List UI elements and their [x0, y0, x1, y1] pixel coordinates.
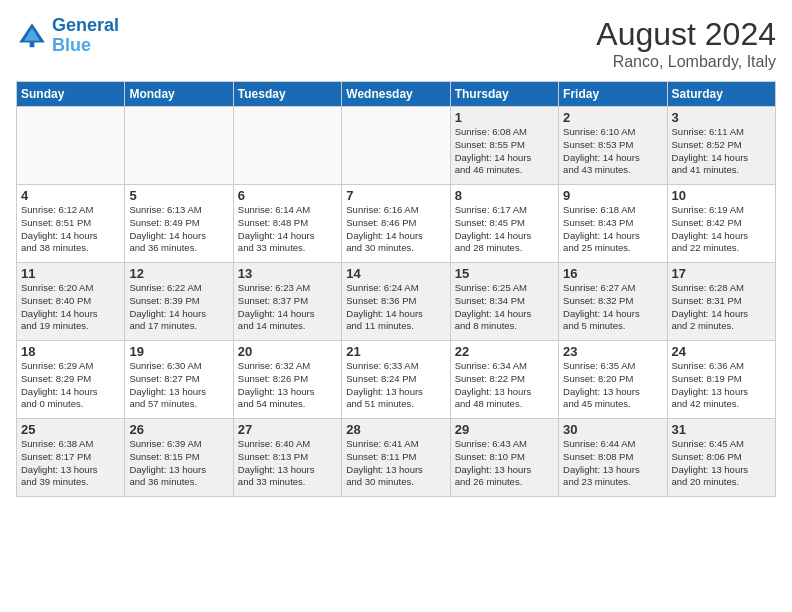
calendar-day-cell: 17Sunrise: 6:28 AM Sunset: 8:31 PM Dayli…	[667, 263, 775, 341]
day-number: 13	[238, 266, 337, 281]
calendar-day-cell: 20Sunrise: 6:32 AM Sunset: 8:26 PM Dayli…	[233, 341, 341, 419]
day-number: 3	[672, 110, 771, 125]
day-number: 16	[563, 266, 662, 281]
calendar-day-cell: 24Sunrise: 6:36 AM Sunset: 8:19 PM Dayli…	[667, 341, 775, 419]
day-info: Sunrise: 6:39 AM Sunset: 8:15 PM Dayligh…	[129, 438, 228, 489]
day-number: 29	[455, 422, 554, 437]
day-info: Sunrise: 6:08 AM Sunset: 8:55 PM Dayligh…	[455, 126, 554, 177]
weekday-header: Sunday	[17, 82, 125, 107]
day-info: Sunrise: 6:22 AM Sunset: 8:39 PM Dayligh…	[129, 282, 228, 333]
page-container: General Blue August 2024 Ranco, Lombardy…	[0, 0, 792, 505]
day-info: Sunrise: 6:35 AM Sunset: 8:20 PM Dayligh…	[563, 360, 662, 411]
calendar-day-cell: 23Sunrise: 6:35 AM Sunset: 8:20 PM Dayli…	[559, 341, 667, 419]
day-number: 23	[563, 344, 662, 359]
day-info: Sunrise: 6:32 AM Sunset: 8:26 PM Dayligh…	[238, 360, 337, 411]
day-number: 11	[21, 266, 120, 281]
calendar-day-cell: 25Sunrise: 6:38 AM Sunset: 8:17 PM Dayli…	[17, 419, 125, 497]
weekday-header: Tuesday	[233, 82, 341, 107]
weekday-header: Monday	[125, 82, 233, 107]
calendar-table: SundayMondayTuesdayWednesdayThursdayFrid…	[16, 81, 776, 497]
day-info: Sunrise: 6:18 AM Sunset: 8:43 PM Dayligh…	[563, 204, 662, 255]
page-header: General Blue August 2024 Ranco, Lombardy…	[16, 16, 776, 71]
day-info: Sunrise: 6:17 AM Sunset: 8:45 PM Dayligh…	[455, 204, 554, 255]
calendar-day-cell: 8Sunrise: 6:17 AM Sunset: 8:45 PM Daylig…	[450, 185, 558, 263]
calendar-day-cell: 14Sunrise: 6:24 AM Sunset: 8:36 PM Dayli…	[342, 263, 450, 341]
day-number: 2	[563, 110, 662, 125]
day-info: Sunrise: 6:10 AM Sunset: 8:53 PM Dayligh…	[563, 126, 662, 177]
day-number: 27	[238, 422, 337, 437]
calendar-day-cell: 10Sunrise: 6:19 AM Sunset: 8:42 PM Dayli…	[667, 185, 775, 263]
day-info: Sunrise: 6:30 AM Sunset: 8:27 PM Dayligh…	[129, 360, 228, 411]
calendar-day-cell: 6Sunrise: 6:14 AM Sunset: 8:48 PM Daylig…	[233, 185, 341, 263]
calendar-week-row: 4Sunrise: 6:12 AM Sunset: 8:51 PM Daylig…	[17, 185, 776, 263]
day-info: Sunrise: 6:24 AM Sunset: 8:36 PM Dayligh…	[346, 282, 445, 333]
calendar-day-cell: 3Sunrise: 6:11 AM Sunset: 8:52 PM Daylig…	[667, 107, 775, 185]
calendar-day-cell: 5Sunrise: 6:13 AM Sunset: 8:49 PM Daylig…	[125, 185, 233, 263]
day-info: Sunrise: 6:19 AM Sunset: 8:42 PM Dayligh…	[672, 204, 771, 255]
day-info: Sunrise: 6:23 AM Sunset: 8:37 PM Dayligh…	[238, 282, 337, 333]
calendar-day-cell: 28Sunrise: 6:41 AM Sunset: 8:11 PM Dayli…	[342, 419, 450, 497]
day-info: Sunrise: 6:43 AM Sunset: 8:10 PM Dayligh…	[455, 438, 554, 489]
calendar-day-cell: 15Sunrise: 6:25 AM Sunset: 8:34 PM Dayli…	[450, 263, 558, 341]
calendar-week-row: 25Sunrise: 6:38 AM Sunset: 8:17 PM Dayli…	[17, 419, 776, 497]
day-number: 1	[455, 110, 554, 125]
day-number: 22	[455, 344, 554, 359]
day-info: Sunrise: 6:38 AM Sunset: 8:17 PM Dayligh…	[21, 438, 120, 489]
day-number: 14	[346, 266, 445, 281]
day-info: Sunrise: 6:13 AM Sunset: 8:49 PM Dayligh…	[129, 204, 228, 255]
calendar-day-cell: 12Sunrise: 6:22 AM Sunset: 8:39 PM Dayli…	[125, 263, 233, 341]
day-number: 10	[672, 188, 771, 203]
day-number: 26	[129, 422, 228, 437]
calendar-day-cell: 7Sunrise: 6:16 AM Sunset: 8:46 PM Daylig…	[342, 185, 450, 263]
day-number: 17	[672, 266, 771, 281]
day-number: 5	[129, 188, 228, 203]
calendar-day-cell	[125, 107, 233, 185]
day-number: 31	[672, 422, 771, 437]
calendar-day-cell: 9Sunrise: 6:18 AM Sunset: 8:43 PM Daylig…	[559, 185, 667, 263]
calendar-day-cell: 30Sunrise: 6:44 AM Sunset: 8:08 PM Dayli…	[559, 419, 667, 497]
month-title: August 2024	[596, 16, 776, 53]
day-number: 7	[346, 188, 445, 203]
weekday-header: Friday	[559, 82, 667, 107]
calendar-day-cell: 19Sunrise: 6:30 AM Sunset: 8:27 PM Dayli…	[125, 341, 233, 419]
day-number: 21	[346, 344, 445, 359]
day-number: 15	[455, 266, 554, 281]
svg-rect-2	[30, 41, 35, 47]
logo: General Blue	[16, 16, 119, 56]
day-number: 19	[129, 344, 228, 359]
weekday-header-row: SundayMondayTuesdayWednesdayThursdayFrid…	[17, 82, 776, 107]
day-info: Sunrise: 6:11 AM Sunset: 8:52 PM Dayligh…	[672, 126, 771, 177]
calendar-day-cell: 26Sunrise: 6:39 AM Sunset: 8:15 PM Dayli…	[125, 419, 233, 497]
day-info: Sunrise: 6:34 AM Sunset: 8:22 PM Dayligh…	[455, 360, 554, 411]
location-title: Ranco, Lombardy, Italy	[596, 53, 776, 71]
day-info: Sunrise: 6:12 AM Sunset: 8:51 PM Dayligh…	[21, 204, 120, 255]
calendar-day-cell: 16Sunrise: 6:27 AM Sunset: 8:32 PM Dayli…	[559, 263, 667, 341]
day-number: 28	[346, 422, 445, 437]
day-info: Sunrise: 6:16 AM Sunset: 8:46 PM Dayligh…	[346, 204, 445, 255]
day-number: 20	[238, 344, 337, 359]
calendar-day-cell: 2Sunrise: 6:10 AM Sunset: 8:53 PM Daylig…	[559, 107, 667, 185]
calendar-day-cell: 11Sunrise: 6:20 AM Sunset: 8:40 PM Dayli…	[17, 263, 125, 341]
day-info: Sunrise: 6:45 AM Sunset: 8:06 PM Dayligh…	[672, 438, 771, 489]
logo-blue: Blue	[52, 35, 91, 55]
calendar-day-cell: 22Sunrise: 6:34 AM Sunset: 8:22 PM Dayli…	[450, 341, 558, 419]
day-number: 30	[563, 422, 662, 437]
weekday-header: Thursday	[450, 82, 558, 107]
calendar-day-cell: 21Sunrise: 6:33 AM Sunset: 8:24 PM Dayli…	[342, 341, 450, 419]
calendar-day-cell	[342, 107, 450, 185]
calendar-day-cell: 13Sunrise: 6:23 AM Sunset: 8:37 PM Dayli…	[233, 263, 341, 341]
day-info: Sunrise: 6:44 AM Sunset: 8:08 PM Dayligh…	[563, 438, 662, 489]
day-info: Sunrise: 6:40 AM Sunset: 8:13 PM Dayligh…	[238, 438, 337, 489]
logo-icon	[16, 20, 48, 52]
calendar-day-cell	[17, 107, 125, 185]
calendar-day-cell: 1Sunrise: 6:08 AM Sunset: 8:55 PM Daylig…	[450, 107, 558, 185]
calendar-week-row: 1Sunrise: 6:08 AM Sunset: 8:55 PM Daylig…	[17, 107, 776, 185]
day-number: 9	[563, 188, 662, 203]
day-info: Sunrise: 6:29 AM Sunset: 8:29 PM Dayligh…	[21, 360, 120, 411]
calendar-day-cell: 27Sunrise: 6:40 AM Sunset: 8:13 PM Dayli…	[233, 419, 341, 497]
calendar-day-cell: 29Sunrise: 6:43 AM Sunset: 8:10 PM Dayli…	[450, 419, 558, 497]
day-info: Sunrise: 6:28 AM Sunset: 8:31 PM Dayligh…	[672, 282, 771, 333]
title-block: August 2024 Ranco, Lombardy, Italy	[596, 16, 776, 71]
day-info: Sunrise: 6:33 AM Sunset: 8:24 PM Dayligh…	[346, 360, 445, 411]
calendar-week-row: 11Sunrise: 6:20 AM Sunset: 8:40 PM Dayli…	[17, 263, 776, 341]
